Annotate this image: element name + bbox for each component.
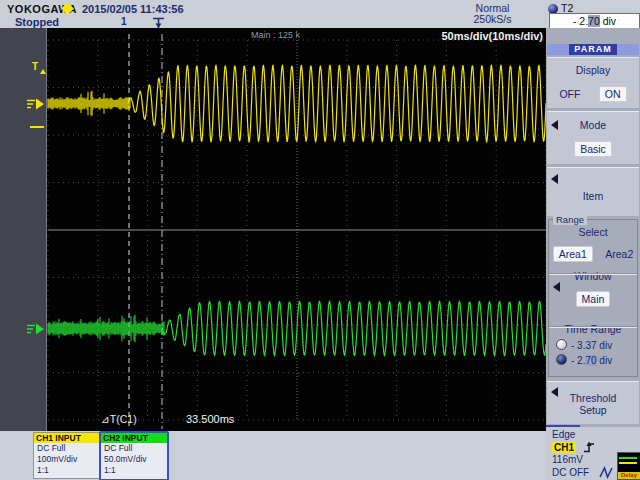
trigger-reject: OFF xyxy=(569,467,589,478)
threshold-panel[interactable]: Threshold Setup xyxy=(547,381,639,424)
param-header-left-segment xyxy=(547,44,569,55)
time-range-option-2[interactable]: - 2.70 div xyxy=(556,354,637,366)
threshold-title-line1: Threshold xyxy=(547,392,639,404)
waveform-display: Main : 125 k 50ms/div(10ms/div) ⊿T(C1) 3… xyxy=(47,28,546,431)
ch2-probe: 1:1 xyxy=(101,465,167,476)
datetime: 2015/02/05 11:43:56 xyxy=(82,3,184,15)
opt2-suffix: div xyxy=(597,355,613,366)
noise-reject-icon xyxy=(598,466,614,479)
ch1-coupling: DC Full xyxy=(34,443,99,454)
threshold-title-line2: Setup xyxy=(547,404,639,416)
ch2-position-icon[interactable] xyxy=(26,322,45,336)
opt2-prefix: - 2. xyxy=(571,355,585,366)
display-title: Display xyxy=(547,64,639,76)
item-title: Item xyxy=(547,190,639,202)
ch1-scale: 100mV/div xyxy=(34,454,99,465)
item-panel[interactable]: Item xyxy=(547,167,639,216)
delay-thumbnail[interactable]: Delay xyxy=(617,452,640,480)
param-title: PARAM xyxy=(569,44,617,55)
trigger-type: Edge xyxy=(552,429,640,440)
window-value-button[interactable]: Main xyxy=(576,291,611,307)
ch1-input-box[interactable]: CH1 INPUT DC Full 100mV/div 1:1 xyxy=(33,432,100,479)
trigger-pos-suffix: div xyxy=(600,15,616,27)
opt1-prefix: - 3. xyxy=(571,340,585,351)
mode-value-button[interactable]: Basic xyxy=(574,141,612,157)
ch1-position-icon[interactable] xyxy=(26,97,45,111)
delay-thumbnail-label: Delay xyxy=(618,472,640,479)
select-title: Select xyxy=(549,226,637,238)
radio-unselected-icon[interactable] xyxy=(556,339,567,350)
ch1-probe: 1:1 xyxy=(34,465,99,476)
mode-menu-arrow-icon xyxy=(551,120,558,130)
ch2-scale: 50.0mV/div xyxy=(101,454,167,465)
oscilloscope-screen: YOKOGAWA 2015/02/05 11:43:56 Stopped 1 N… xyxy=(0,0,640,480)
thumbnail-ch2-trace xyxy=(619,457,637,459)
item-menu-arrow-icon xyxy=(551,174,558,184)
time-range-option-1[interactable]: - 3.37 div xyxy=(556,339,637,351)
acquisition-status: Stopped xyxy=(15,16,59,28)
trigger-source: CH1 xyxy=(552,442,576,453)
opt2-value: 70 xyxy=(585,355,596,366)
delta-t-value: 33.500ms xyxy=(186,413,234,425)
opt1-value: 37 xyxy=(585,340,596,351)
param-header: PARAM xyxy=(547,44,639,55)
area2-button[interactable]: Area2 xyxy=(605,246,633,262)
trigger-level-marker[interactable]: T xyxy=(32,61,38,72)
ch1-ground-marker xyxy=(30,126,44,128)
ch2-header: CH2 INPUT xyxy=(101,433,167,443)
range-divider-1 xyxy=(549,273,637,275)
radio-selected-icon[interactable] xyxy=(556,354,567,365)
cursor1-top-marker: 1 xyxy=(121,16,127,27)
record-length-label: Main : 125 k xyxy=(251,30,300,40)
timebase-label: 50ms/div(10ms/div) xyxy=(442,30,544,42)
ch2-coupling: DC Full xyxy=(101,443,167,454)
display-panel: Display OFF ON xyxy=(547,57,639,108)
trigger-pos-value: 70 xyxy=(588,15,600,27)
param-header-right-segment xyxy=(617,44,639,55)
trigger-position-input[interactable]: - 2.70 div xyxy=(549,13,640,29)
plot-left-margin: T xyxy=(0,28,47,431)
trigger-pos-prefix: - 2. xyxy=(573,15,588,27)
trigger-level-marker-icon xyxy=(40,69,46,74)
display-on-button[interactable]: ON xyxy=(599,86,627,102)
waveform-canvas xyxy=(47,28,546,431)
window-title: Window xyxy=(549,270,637,282)
range-divider-2 xyxy=(549,326,637,328)
range-group: Range Select Area1 Area2 Window Main Tim… xyxy=(548,219,638,377)
range-group-title: Range xyxy=(553,214,587,225)
area1-button[interactable]: Area1 xyxy=(553,246,593,262)
ch2-input-box[interactable]: CH2 INPUT DC Full 50.0mV/div 1:1 xyxy=(99,431,169,480)
soft-menu: PARAM Display OFF ON Mode Basic Item Ran… xyxy=(546,28,640,480)
time-range-title: Time Range xyxy=(549,323,637,335)
delta-t-label: ⊿T(C1) xyxy=(101,413,137,425)
edge-trigger-icon xyxy=(583,441,598,453)
mode-panel: Mode Basic xyxy=(547,111,639,164)
thumbnail-ch1-trace xyxy=(619,462,637,464)
ch1-header: CH1 INPUT xyxy=(34,433,99,443)
window-menu-arrow-icon xyxy=(553,282,560,292)
threshold-menu-arrow-icon xyxy=(551,387,558,397)
opt1-suffix: div xyxy=(597,340,613,351)
trigger-coupling: DC xyxy=(552,467,566,478)
sample-rate: 250kS/s xyxy=(455,13,530,25)
display-off-button[interactable]: OFF xyxy=(559,86,580,102)
mode-title: Mode xyxy=(547,119,639,131)
